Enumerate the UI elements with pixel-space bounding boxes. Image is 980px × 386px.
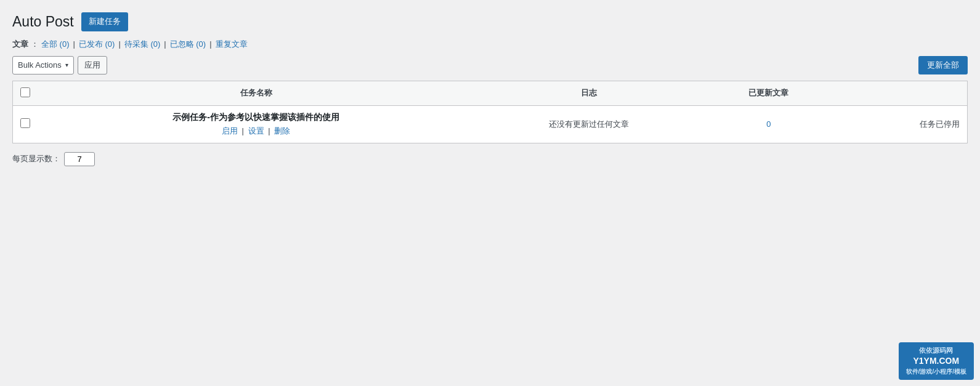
toolbar-left: Bulk Actions ▾ 应用 [12,56,107,74]
table-header-row: 任务名称 日志 已更新文章 [13,81,968,105]
bulk-actions-label: Bulk Actions [18,60,62,70]
filter-ignored[interactable]: 已忽略 (0) [170,39,206,50]
filter-label: 文章 [12,39,28,50]
filter-row: 文章 ： 全部 (0) | 已发布 (0) | 待采集 (0) | 已忽略 (0… [12,39,968,50]
header-task-name: 任务名称 [38,81,474,105]
filter-all[interactable]: 全部 (0) [41,39,70,50]
header-log: 日志 [474,81,703,105]
row-status-cell: 任务已停用 [835,105,967,143]
row-updated-cell: 0 [703,105,835,143]
watermark-sub: 软件/游戏/小程序/模板 [906,368,966,376]
filter-pending[interactable]: 待采集 (0) [124,39,161,50]
row-checkbox-cell [13,105,38,143]
watermark-url: Y1YM.COM [906,355,966,368]
tasks-table: 任务名称 日志 已更新文章 示例任务-作为参考以快速掌握该插件的使用 启用 | … [12,81,968,143]
header-status [835,81,967,105]
updated-count: 0 [766,119,771,129]
per-page-row: 每页显示数： [12,152,968,166]
task-enable-link[interactable]: 启用 [222,126,238,135]
watermark-badge: 依依源码网 Y1YM.COM 软件/游戏/小程序/模板 [899,342,974,380]
select-all-checkbox[interactable] [20,87,30,97]
row-checkbox[interactable] [20,118,30,128]
header-updated: 已更新文章 [703,81,835,105]
task-delete-link[interactable]: 删除 [274,126,290,135]
table-row: 示例任务-作为参考以快速掌握该插件的使用 启用 | 设置 | 删除 还没有更新过… [13,105,968,143]
task-name-title: 示例任务-作为参考以快速掌握该插件的使用 [45,112,467,123]
toolbar: Bulk Actions ▾ 应用 更新全部 [12,56,968,74]
filter-duplicate[interactable]: 重复文章 [216,39,248,50]
filter-published[interactable]: 已发布 (0) [79,39,115,50]
chevron-down-icon: ▾ [65,62,68,68]
task-settings-link[interactable]: 设置 [248,126,264,135]
update-all-button[interactable]: 更新全部 [918,56,968,74]
header-checkbox-col [13,81,38,105]
filter-sep: ： [31,39,39,50]
per-page-input[interactable] [64,152,95,166]
new-task-button[interactable]: 新建任务 [81,12,128,31]
per-page-label: 每页显示数： [12,153,60,164]
watermark-site: 依依源码网 [906,346,966,355]
task-actions: 启用 | 设置 | 删除 [45,126,467,137]
apply-button[interactable]: 应用 [78,56,107,74]
page-title: Auto Post [12,14,74,30]
row-task-name-cell: 示例任务-作为参考以快速掌握该插件的使用 启用 | 设置 | 删除 [38,105,474,143]
task-status: 任务已停用 [920,119,960,129]
bulk-actions-dropdown[interactable]: Bulk Actions ▾ [12,56,74,74]
row-log-cell: 还没有更新过任何文章 [474,105,703,143]
log-text: 还没有更新过任何文章 [549,119,629,129]
